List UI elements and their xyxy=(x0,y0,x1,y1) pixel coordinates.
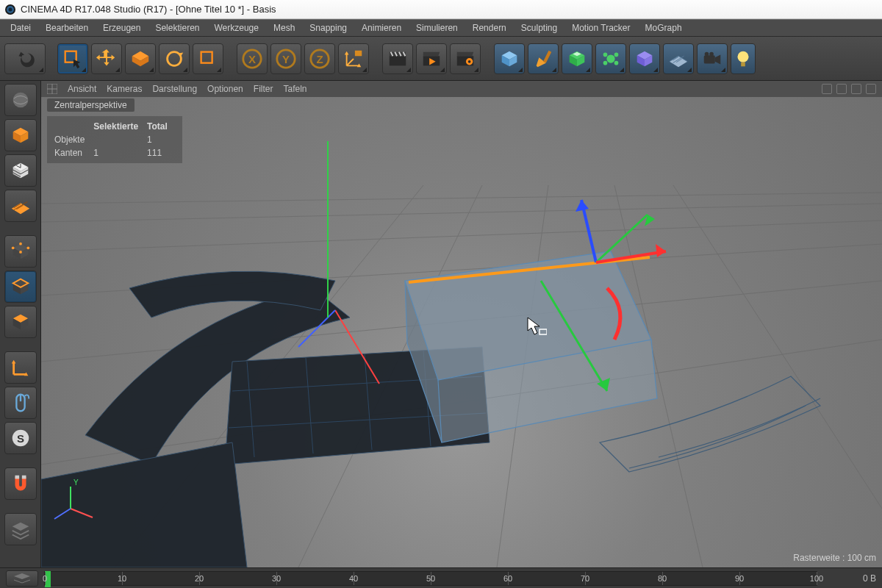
axis-x-icon: X xyxy=(241,48,263,70)
axis-x-button[interactable]: X xyxy=(237,43,268,74)
svg-text:Y: Y xyxy=(74,478,79,487)
render-view-button[interactable] xyxy=(382,43,413,74)
window-title: CINEMA 4D R17.048 Studio (R17) - [Ohne T… xyxy=(21,4,276,15)
viewport-grid-icon[interactable] xyxy=(47,84,57,94)
generator-button[interactable] xyxy=(562,43,592,74)
move-button[interactable] xyxy=(91,43,122,74)
magnet-button[interactable] xyxy=(4,467,37,500)
vp-menu-filter[interactable]: Filter xyxy=(254,84,273,94)
polys-mode-button[interactable] xyxy=(4,306,37,338)
viewport-menubar: Ansicht Kameras Darstellung Optionen Fil… xyxy=(41,81,882,97)
light-icon xyxy=(732,48,754,70)
nav-dolly-icon[interactable] xyxy=(836,84,847,94)
main-menubar: Datei Bearbeiten Erzeugen Selektieren We… xyxy=(0,19,882,37)
grid-size-readout: Rasterweite : 100 cm xyxy=(793,553,876,563)
undo-icon xyxy=(14,48,36,70)
menu-snapping[interactable]: Snapping xyxy=(302,20,354,36)
render-settings-button[interactable] xyxy=(450,43,481,74)
svg-point-26 xyxy=(738,51,749,62)
nav-layout-icon[interactable] xyxy=(866,84,876,94)
scale-button[interactable] xyxy=(125,43,156,74)
timeline-track[interactable]: 0102030405060708090100 xyxy=(44,571,817,586)
menu-werkzeuge[interactable]: Werkzeuge xyxy=(207,20,265,36)
move-icon xyxy=(96,48,118,70)
workplane-mode-button[interactable] xyxy=(4,190,37,222)
light-button[interactable] xyxy=(731,43,756,74)
magnet-icon xyxy=(10,473,32,495)
deformer-icon xyxy=(634,48,656,70)
cube-icon xyxy=(498,48,520,70)
vp-menu-darstellung[interactable]: Darstellung xyxy=(152,84,197,94)
layer-button[interactable] xyxy=(4,513,37,545)
svg-line-39 xyxy=(41,193,882,204)
vp-menu-tafeln[interactable]: Tafeln xyxy=(283,84,306,94)
menu-sculpting[interactable]: Sculpting xyxy=(514,20,564,36)
rectangle-select-icon xyxy=(62,48,84,70)
render-region-button[interactable] xyxy=(416,43,447,74)
live-select-button[interactable] xyxy=(57,43,88,74)
edges-mode-button[interactable] xyxy=(4,270,37,303)
deformer-button[interactable] xyxy=(595,43,626,74)
coord-system-button[interactable] xyxy=(338,43,369,74)
model-cube-icon xyxy=(10,124,32,146)
timeline-layer-button[interactable] xyxy=(6,570,38,587)
environment-button[interactable] xyxy=(629,43,660,74)
menu-animieren[interactable]: Animieren xyxy=(354,20,409,36)
nav-orbit-icon[interactable] xyxy=(851,84,861,94)
effector-icon xyxy=(600,48,622,70)
menu-mesh[interactable]: Mesh xyxy=(266,20,302,36)
svg-point-20 xyxy=(614,52,619,57)
scene-cube xyxy=(405,251,657,442)
timeline-tick-label: 80 xyxy=(658,574,667,583)
undo-button[interactable] xyxy=(4,43,46,74)
model-mode-button[interactable] xyxy=(4,119,37,151)
svg-point-32 xyxy=(19,251,22,254)
menu-motion-tracker[interactable]: Motion Tracker xyxy=(564,20,637,36)
svg-point-17 xyxy=(468,60,471,62)
svg-rect-13 xyxy=(390,56,406,65)
uv-checker-icon xyxy=(10,159,32,182)
menu-erzeugen[interactable]: Erzeugen xyxy=(96,20,148,36)
make-editable-button[interactable] xyxy=(4,84,37,116)
vp-menu-kameras[interactable]: Kameras xyxy=(107,84,142,94)
points-mode-button[interactable] xyxy=(4,235,37,268)
layers-icon xyxy=(10,518,32,540)
svg-text:S: S xyxy=(16,432,24,445)
menu-bearbeiten[interactable]: Bearbeiten xyxy=(38,20,96,36)
menu-mograph[interactable]: MoGraph xyxy=(638,20,689,36)
last-tool-button[interactable] xyxy=(193,43,223,74)
texture-mode-button[interactable] xyxy=(4,154,37,187)
timeline-tick-label: 70 xyxy=(581,574,589,583)
menu-rendern[interactable]: Rendern xyxy=(465,20,514,36)
svg-text:X: X xyxy=(248,52,256,65)
floor-button[interactable] xyxy=(663,43,694,74)
hud-row-objects: Objekte xyxy=(54,134,92,146)
primitive-cube-button[interactable] xyxy=(494,43,525,74)
layers-small-icon xyxy=(12,573,32,584)
svg-point-24 xyxy=(705,51,709,56)
svg-point-29 xyxy=(11,246,14,249)
svg-point-30 xyxy=(26,246,29,249)
axis-z-button[interactable]: Z xyxy=(304,43,335,74)
svg-rect-12 xyxy=(355,50,362,56)
menu-selektieren[interactable]: Selektieren xyxy=(148,20,207,36)
points-icon xyxy=(10,240,32,262)
viewport-panel[interactable]: Ansicht Kameras Darstellung Optionen Fil… xyxy=(41,81,882,567)
viewport-title: Zentralperspektive xyxy=(47,98,135,112)
clapper-play-icon xyxy=(420,48,442,70)
camera-button[interactable] xyxy=(697,43,728,74)
vp-menu-ansicht[interactable]: Ansicht xyxy=(68,84,96,94)
timeline-tick-label: 10 xyxy=(118,574,126,583)
menu-datei[interactable]: Datei xyxy=(3,20,38,36)
axis-y-button[interactable]: Y xyxy=(270,43,301,74)
rectangle-outline-icon xyxy=(197,48,219,70)
spline-pen-button[interactable] xyxy=(528,43,559,74)
axis-tool-button[interactable] xyxy=(4,351,37,384)
tweak-tool-button[interactable] xyxy=(4,387,37,419)
rotate-button[interactable] xyxy=(159,43,190,74)
snap-button[interactable]: S xyxy=(4,422,37,454)
viewport-3d-scene[interactable]: Y xyxy=(41,97,882,567)
vp-menu-optionen[interactable]: Optionen xyxy=(207,84,243,94)
menu-simulieren[interactable]: Simulieren xyxy=(409,20,465,36)
nav-pan-icon[interactable] xyxy=(822,84,832,94)
